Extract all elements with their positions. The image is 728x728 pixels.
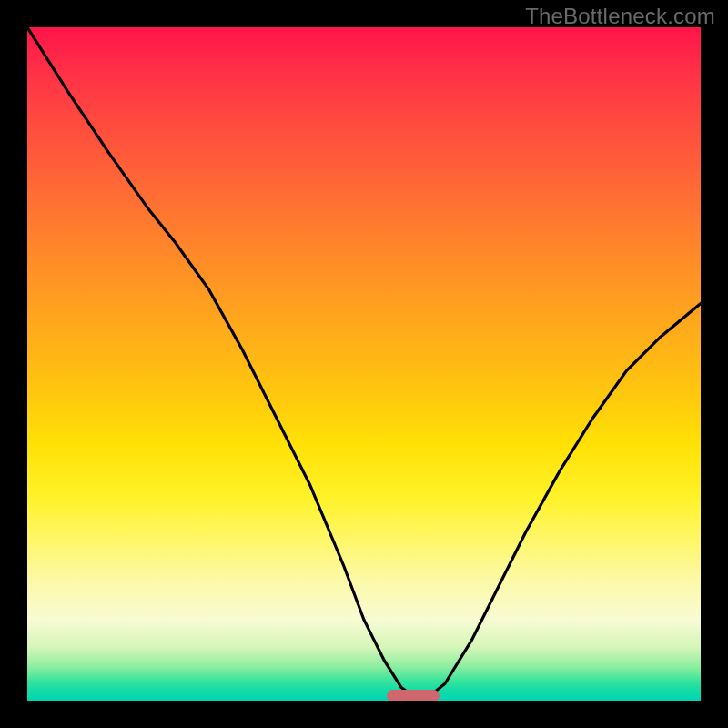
curve-path [27,27,701,697]
bottleneck-curve [27,27,701,701]
optimal-marker [387,690,440,701]
plot-area [27,27,701,701]
chart-frame: TheBottleneck.com [0,0,728,728]
watermark-text: TheBottleneck.com [525,4,715,29]
